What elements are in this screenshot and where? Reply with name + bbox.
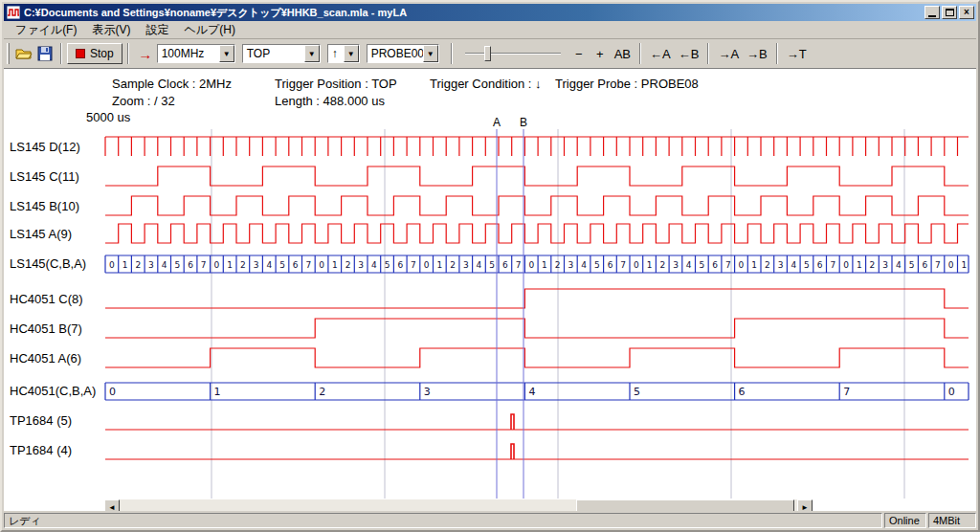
sample-clock-info: Sample Clock : 2MHz — [112, 77, 232, 91]
open-folder-icon — [15, 46, 33, 61]
chevron-down-icon[interactable]: ▼ — [219, 45, 234, 62]
goto-cursor-a-button[interactable]: ←A — [646, 43, 675, 64]
goto-trigger-button[interactable]: →T — [783, 43, 811, 64]
open-file-button[interactable] — [13, 43, 34, 64]
status-online: Online — [884, 513, 926, 528]
toolbar-separator — [127, 43, 129, 64]
set-cursor-b-button[interactable]: →B — [743, 43, 771, 64]
zoom-slider[interactable] — [465, 43, 561, 64]
status-ready: レディ — [4, 513, 882, 528]
waveform-client-area — [4, 69, 976, 511]
menu-help[interactable]: ヘルプ(H) — [176, 20, 243, 40]
zoom-slider-thumb[interactable] — [484, 46, 491, 61]
toolbar-separator — [60, 43, 62, 64]
stop-icon — [76, 49, 85, 58]
zoom-in-button[interactable]: + — [590, 43, 611, 64]
menu-settings[interactable]: 設定 — [138, 20, 176, 40]
zoom-slider-track — [465, 53, 561, 55]
sample-clock-combo[interactable]: 100MHz ▼ — [157, 44, 235, 63]
close-button[interactable]: × — [959, 6, 974, 19]
chevron-down-icon[interactable]: ▼ — [304, 45, 320, 62]
time-scale-label: 5000 us — [86, 110, 130, 124]
ab-range-button[interactable]: AB — [611, 43, 635, 64]
trigger-position-combo[interactable]: TOP ▼ — [242, 44, 321, 63]
maximize-button[interactable] — [942, 6, 957, 19]
zoom-info: Zoom : / 32 — [112, 94, 175, 108]
menu-file[interactable]: ファイル(F) — [8, 20, 84, 40]
menu-bar: ファイル(F) 表示(V) 設定 ヘルプ(H) — [4, 21, 976, 39]
application-window: { "window": { "title": "C:¥Documents and… — [0, 0, 980, 532]
trigger-probe-info: Trigger Probe : PROBE08 — [555, 77, 699, 91]
toolbar: Stop → 100MHz ▼ TOP ▼ ↑ ▼ PROBE00 ▼ − + … — [4, 39, 976, 69]
toolbar-separator — [451, 43, 453, 64]
toolbar-separator — [776, 43, 778, 64]
trigger-position-info: Trigger Position : TOP — [275, 77, 397, 91]
title-bar[interactable]: C:¥Documents and Settings¥noname¥デスクトップ¥… — [4, 4, 976, 21]
window-title: C:¥Documents and Settings¥noname¥デスクトップ¥… — [24, 6, 923, 20]
save-button[interactable] — [34, 43, 56, 64]
stop-button[interactable]: Stop — [67, 43, 122, 64]
app-icon — [7, 6, 20, 19]
zoom-out-button[interactable]: − — [568, 43, 590, 64]
toolbar-separator — [707, 43, 709, 64]
chevron-down-icon[interactable]: ▼ — [423, 45, 438, 62]
menu-view[interactable]: 表示(V) — [84, 20, 138, 40]
goto-cursor-b-button[interactable]: ←B — [675, 43, 703, 64]
length-info: Length : 488.000 us — [275, 94, 385, 108]
trigger-edge-combo[interactable]: ↑ ▼ — [327, 44, 360, 63]
chevron-down-icon[interactable]: ▼ — [344, 45, 359, 62]
floppy-disk-icon — [37, 46, 53, 61]
toolbar-grip[interactable] — [7, 43, 10, 64]
toolbar-separator — [639, 43, 641, 64]
minimize-button[interactable] — [924, 6, 940, 19]
run-button[interactable]: → — [134, 43, 157, 64]
set-cursor-a-button[interactable]: →A — [714, 43, 743, 64]
trigger-condition-info: Trigger Condition : ↓ — [430, 77, 542, 91]
trigger-probe-combo[interactable]: PROBE00 ▼ — [367, 44, 439, 63]
status-bar: レディ Online 4MBit — [4, 511, 976, 528]
status-memory: 4MBit — [928, 513, 976, 528]
